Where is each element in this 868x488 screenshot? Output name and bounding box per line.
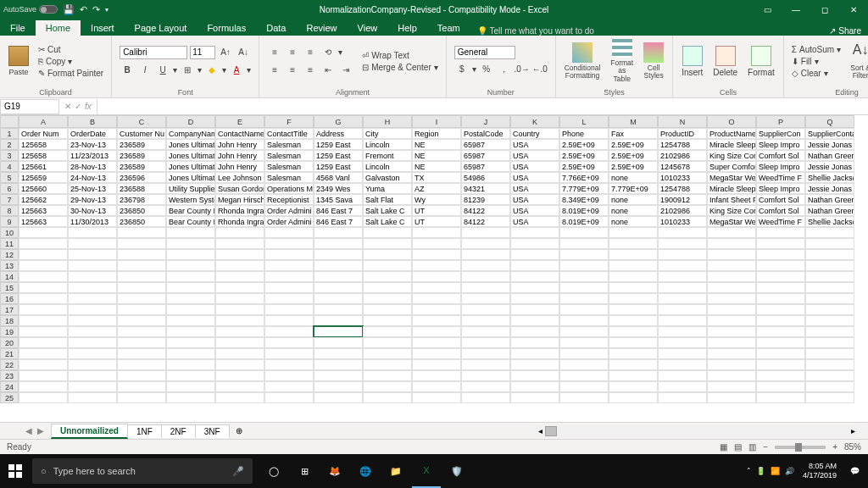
cell[interactable] <box>707 315 756 326</box>
cell[interactable] <box>363 315 412 326</box>
cell[interactable]: USA <box>510 150 559 161</box>
cell[interactable] <box>215 326 264 337</box>
cell[interactable] <box>658 315 707 326</box>
cell[interactable]: 1345 Sava <box>314 194 363 205</box>
cell[interactable] <box>805 227 854 238</box>
cell[interactable]: SupplierContactN <box>805 128 854 139</box>
cell[interactable] <box>658 238 707 249</box>
cell[interactable]: Jessie Jonas <box>805 161 854 172</box>
cell[interactable] <box>215 304 264 315</box>
cell[interactable] <box>166 271 215 282</box>
cell[interactable] <box>412 337 461 348</box>
cell[interactable] <box>658 370 707 381</box>
spreadsheet-grid[interactable]: ABCDEFGHIJKLMNOPQ1Order NumOrderDateCust… <box>0 115 868 422</box>
cell[interactable]: 4568 Vanl <box>314 172 363 183</box>
copy-button[interactable]: ⎘Copy ▾ <box>36 56 106 67</box>
cell[interactable] <box>461 260 510 271</box>
cell[interactable] <box>805 249 854 260</box>
cell[interactable] <box>314 381 363 392</box>
cell[interactable]: 236850 <box>117 216 166 227</box>
row-header[interactable]: 12 <box>0 249 19 260</box>
firefox-icon[interactable]: 🦊 <box>320 454 349 488</box>
cell[interactable]: Jones Ultimate Sy <box>166 139 215 150</box>
cell[interactable]: Salt Lake C <box>363 205 412 216</box>
cell[interactable]: Wy <box>412 194 461 205</box>
col-header[interactable]: A <box>19 115 68 128</box>
row-header[interactable]: 25 <box>0 392 19 403</box>
cell[interactable] <box>805 326 854 337</box>
cell[interactable] <box>756 282 805 293</box>
cell[interactable]: Salesman <box>264 172 314 183</box>
sheet-tab-2nf[interactable]: 2NF <box>161 424 196 438</box>
cell[interactable] <box>559 282 609 293</box>
excel-icon[interactable]: X <box>412 454 441 488</box>
cell[interactable]: John Henry <box>215 161 264 172</box>
autosave-toggle-group[interactable]: AutoSave <box>3 5 58 14</box>
cell[interactable] <box>412 315 461 326</box>
number-format-select[interactable] <box>454 46 515 59</box>
cell[interactable] <box>559 392 609 403</box>
cell[interactable] <box>363 337 412 348</box>
cell[interactable] <box>756 381 805 392</box>
cell[interactable]: 11/30/2013 <box>68 216 117 227</box>
cell[interactable] <box>412 249 461 260</box>
cell[interactable]: Region <box>412 128 461 139</box>
cell[interactable]: Yuma <box>363 183 412 194</box>
currency-icon[interactable]: $ <box>454 62 470 77</box>
cell[interactable] <box>609 293 658 304</box>
cell[interactable] <box>658 381 707 392</box>
cell[interactable] <box>19 260 68 271</box>
cell[interactable] <box>117 227 166 238</box>
cell[interactable] <box>609 304 658 315</box>
cell[interactable]: Receptionist <box>264 194 314 205</box>
minimize-icon[interactable]: — <box>782 0 810 19</box>
cell[interactable] <box>461 293 510 304</box>
save-icon[interactable]: 💾 <box>63 4 75 15</box>
cell[interactable]: 24-Nov-13 <box>68 172 117 183</box>
cell[interactable]: 1010233 <box>658 172 707 183</box>
cell[interactable] <box>658 326 707 337</box>
row-header[interactable]: 18 <box>0 315 19 326</box>
cancel-formula-icon[interactable]: ✕ <box>64 102 71 111</box>
cell[interactable]: USA <box>510 216 559 227</box>
cell[interactable] <box>805 282 854 293</box>
cell[interactable]: 125658 <box>19 139 68 150</box>
cell[interactable] <box>412 238 461 249</box>
row-header[interactable]: 4 <box>0 161 19 172</box>
cell[interactable] <box>707 271 756 282</box>
file-explorer-icon[interactable]: 📁 <box>381 454 410 488</box>
cell[interactable]: Sleep Impro <box>756 139 805 150</box>
cell[interactable] <box>756 315 805 326</box>
row-header[interactable]: 14 <box>0 271 19 282</box>
cell[interactable]: Sleep Impro <box>756 183 805 194</box>
cell[interactable] <box>215 249 264 260</box>
cell[interactable] <box>412 271 461 282</box>
cell[interactable] <box>756 392 805 403</box>
align-bottom-icon[interactable]: ≡ <box>303 45 318 60</box>
cell[interactable] <box>510 348 559 359</box>
cell[interactable]: Utility Supplies <box>166 183 215 194</box>
cell[interactable] <box>166 337 215 348</box>
cell[interactable]: Shellie Jackson <box>805 172 854 183</box>
cell[interactable] <box>805 260 854 271</box>
cell[interactable] <box>264 392 314 403</box>
conditional-formatting-button[interactable]: Conditional Formatting <box>561 37 604 85</box>
row-header[interactable]: 15 <box>0 282 19 293</box>
cell[interactable] <box>559 293 609 304</box>
bold-icon[interactable]: B <box>120 63 135 78</box>
cell[interactable] <box>461 359 510 370</box>
cell[interactable]: Address <box>314 128 363 139</box>
cell[interactable] <box>264 359 314 370</box>
view-page-layout-icon[interactable]: ▤ <box>734 442 742 452</box>
cell[interactable] <box>68 348 117 359</box>
cell[interactable] <box>363 293 412 304</box>
cell[interactable] <box>264 381 314 392</box>
cell[interactable]: Lee Johnson <box>215 172 264 183</box>
cell[interactable] <box>363 238 412 249</box>
cell[interactable] <box>461 227 510 238</box>
cell[interactable] <box>707 293 756 304</box>
autosum-button[interactable]: ΣAutoSum ▾ <box>789 44 843 55</box>
cell[interactable]: Jones Ultimate Sy <box>166 172 215 183</box>
cell[interactable]: 236596 <box>117 172 166 183</box>
cell[interactable] <box>707 370 756 381</box>
